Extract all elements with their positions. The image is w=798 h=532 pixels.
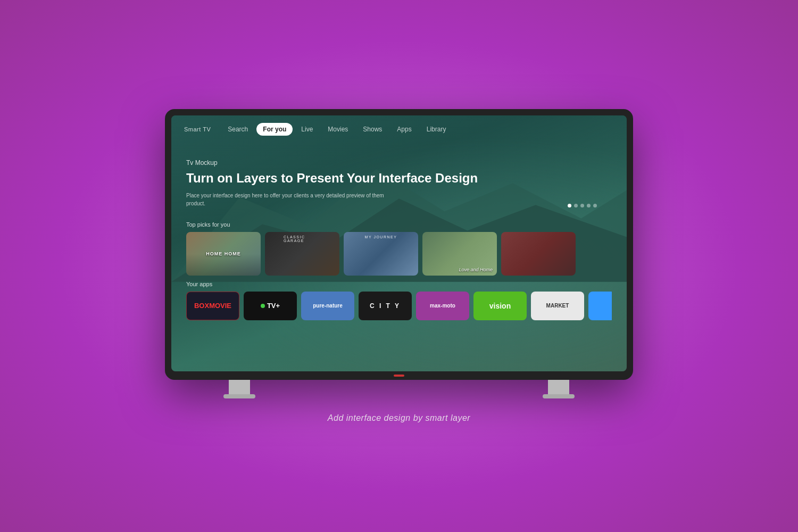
nav-item-live[interactable]: Live <box>295 123 319 136</box>
app-vision-label: vision <box>489 302 511 310</box>
app-purenature[interactable]: pure-nature <box>301 292 354 320</box>
tv-stand <box>165 380 633 398</box>
apps-section: Your apps BOXMOVIE TV+ pure-nature C I T… <box>171 276 627 327</box>
content-card-journey[interactable]: MY JOURNEY <box>344 232 418 276</box>
bottom-caption: Add interface design by smart layer <box>328 413 470 423</box>
dot-4 <box>587 204 591 207</box>
nav-item-apps[interactable]: Apps <box>390 123 418 136</box>
nav-brand: Smart TV <box>184 126 211 132</box>
card-title-home: HOME HOME <box>206 251 241 256</box>
tv-navigation: Smart TV Search For you Live Movies Show… <box>171 115 627 143</box>
apps-row: BOXMOVIE TV+ pure-nature C I T Y max-mot… <box>186 292 612 320</box>
top-picks-cards: HOME HOME CLASSIC GARAGE MY JOURNEY Love… <box>186 232 612 276</box>
card-corner-journey: MY JOURNEY <box>365 235 397 239</box>
tv-mockup: Smart TV Search For you Live Movies Show… <box>165 109 633 399</box>
card-corner-garage: CLASSIC GARAGE <box>284 235 321 243</box>
top-picks-label: Top picks for you <box>186 221 612 228</box>
pagination-dots <box>568 204 597 207</box>
dot-1 <box>568 204 571 207</box>
top-picks-section: Top picks for you HOME HOME CLASSIC GARA… <box>171 216 627 276</box>
app-boxmovie[interactable]: BOXMOVIE <box>186 292 239 320</box>
stand-foot-right <box>543 394 575 398</box>
app-city-label: C I T Y <box>370 302 401 310</box>
stand-leg-right <box>548 380 569 398</box>
tv-led <box>394 375 404 377</box>
nav-item-movies[interactable]: Movies <box>321 123 354 136</box>
content-card-garage[interactable]: CLASSIC GARAGE <box>265 232 339 276</box>
tv-bezel-bottom <box>171 371 627 380</box>
app-city[interactable]: C I T Y <box>359 292 412 320</box>
dot-3 <box>580 204 584 207</box>
nav-item-library[interactable]: Library <box>420 123 453 136</box>
nav-item-search[interactable]: Search <box>221 123 254 136</box>
card-gradient <box>186 254 261 276</box>
app-maxmoto[interactable]: max-moto <box>416 292 469 320</box>
app-market[interactable]: MARKET <box>531 292 584 320</box>
content-card-lovehome[interactable]: Love and Home <box>422 232 497 276</box>
hero-title: Turn on Layers to Present Your Interface… <box>186 171 495 186</box>
dot-5 <box>593 204 597 207</box>
tv-frame: Smart TV Search For you Live Movies Show… <box>165 109 633 380</box>
app-tvplus[interactable]: TV+ <box>244 292 297 320</box>
app-vision[interactable]: vision <box>473 292 527 320</box>
content-card-red[interactable] <box>501 232 576 276</box>
hero-label: Tv Mockup <box>186 159 612 167</box>
nav-item-shows[interactable]: Shows <box>356 123 388 136</box>
stand-leg-left <box>229 380 250 398</box>
tvplus-dot <box>261 304 265 308</box>
tv-screen: Smart TV Search For you Live Movies Show… <box>171 115 627 372</box>
nav-item-foryou[interactable]: For you <box>256 123 293 136</box>
card-title-lovehome: Love and Home <box>459 267 493 272</box>
app-market-label: MARKET <box>546 303 569 309</box>
hero-section: Tv Mockup Turn on Layers to Present Your… <box>171 143 627 216</box>
stand-foot-left <box>223 394 255 398</box>
app-purenature-label: pure-nature <box>313 303 343 309</box>
app-tvplus-label: TV+ <box>267 302 280 310</box>
hero-description: Place your interface design here to offe… <box>186 192 399 207</box>
app-boxmovie-label: BOXMOVIE <box>194 302 231 310</box>
app-maxmoto-label: max-moto <box>430 303 455 309</box>
app-blue[interactable] <box>588 292 612 320</box>
dot-2 <box>574 204 578 207</box>
content-card-home[interactable]: HOME HOME <box>186 232 261 276</box>
apps-label: Your apps <box>186 281 612 287</box>
